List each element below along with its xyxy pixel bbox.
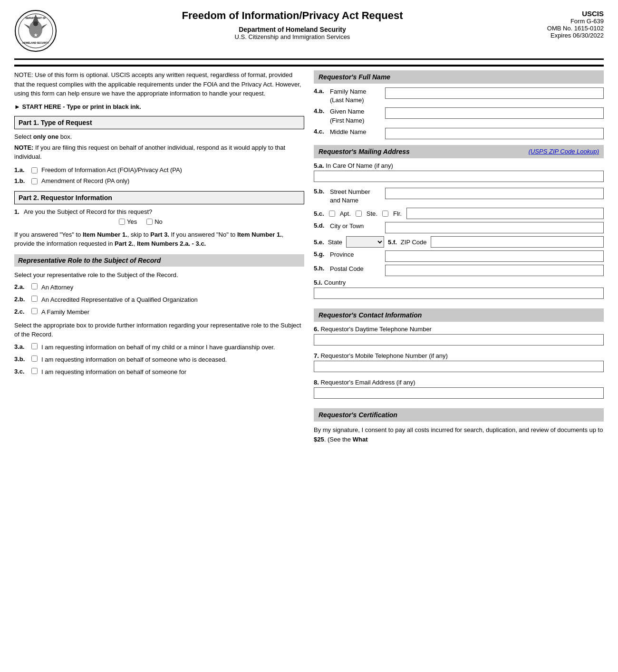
- field-4a-row: 4.a. Family Name(Last Name): [314, 87, 604, 105]
- item-2c-label: 2.c.: [14, 308, 28, 315]
- field-4a-input[interactable]: [385, 87, 604, 99]
- header-subtitle: Department of Homeland Security: [67, 26, 518, 33]
- item-1b-checkbox[interactable]: [31, 178, 38, 184]
- page-header: DEPARTMENT OF HOMELAND SECURITY ★ Freedo…: [14, 10, 604, 60]
- item-3c-text: I am requesting information on behalf of…: [41, 368, 186, 376]
- state-dropdown[interactable]: ALAKAZARCA COCTDEFLGA HIIDILINIA KSKYLAM…: [346, 236, 384, 248]
- svg-text:HOMELAND SECURITY: HOMELAND SECURITY: [22, 41, 49, 44]
- main-content: NOTE: Use of this form is optional. USCI…: [14, 70, 604, 444]
- logo-area: DEPARTMENT OF HOMELAND SECURITY ★: [14, 10, 57, 54]
- field-5f-label: ZIP Code: [401, 239, 427, 246]
- apt-ste-flr-input[interactable]: [406, 208, 604, 219]
- note-text: NOTE: Use of this form is optional. USCI…: [14, 71, 301, 97]
- left-column: NOTE: Use of this form is optional. USCI…: [14, 70, 304, 444]
- item-2a-label: 2.a.: [14, 283, 28, 290]
- field-5i-input[interactable]: [314, 288, 604, 299]
- field-5f-num: 5.f.: [388, 239, 397, 246]
- item-1a-row: 1.a. Freedom of Information Act (FOIA)/P…: [14, 166, 304, 173]
- item-3c-checkbox[interactable]: [31, 368, 38, 374]
- field-8-num: 8.: [314, 379, 319, 386]
- field-5d-input[interactable]: [385, 222, 604, 233]
- rep-role-header: Representative Role to the Subject of Re…: [14, 254, 304, 267]
- contact-field-8: 8. Requestor's Email Address (if any): [314, 379, 604, 402]
- field-5g-num: 5.g.: [314, 250, 327, 258]
- field-5c-row: 5.c. Apt. Ste. Flr.: [314, 208, 604, 219]
- item-3b-text: I am requesting information on behalf of…: [41, 355, 227, 364]
- field-5h-row: 5.h. Postal Code: [314, 265, 604, 276]
- item-2b-text: An Accredited Representative of a Qualif…: [41, 296, 198, 304]
- item-2b-checkbox[interactable]: [31, 296, 38, 302]
- field-5h-input[interactable]: [385, 265, 604, 276]
- item-1a-label: 1.a.: [14, 166, 28, 173]
- page-wrapper: DEPARTMENT OF HOMELAND SECURITY ★ Freedo…: [14, 10, 604, 444]
- item-2c-checkbox[interactable]: [31, 308, 38, 314]
- contact-field-6: 6. Requestor's Daytime Telephone Number: [314, 326, 604, 348]
- item-2a-checkbox[interactable]: [31, 283, 38, 289]
- field-5b-label: Street Numberand Name: [330, 188, 382, 205]
- followup-b3: Item Number 1.: [237, 231, 282, 238]
- followup-b2: Part 3.: [150, 231, 169, 238]
- q1-text: Are you the Subject of Record for this r…: [24, 208, 152, 215]
- apt-checkbox[interactable]: [329, 211, 335, 217]
- field-4c-input[interactable]: [385, 128, 604, 139]
- field-5i-group: 5.i. Country: [314, 279, 604, 302]
- field-5g-input[interactable]: [385, 250, 604, 262]
- yes-text: Yes: [127, 218, 137, 225]
- no-checkbox[interactable]: [146, 219, 153, 225]
- dhs-seal-icon: DEPARTMENT OF HOMELAND SECURITY ★: [14, 10, 57, 52]
- cert-amount: $25: [314, 436, 324, 443]
- header-divider: [14, 65, 604, 67]
- field-8-input[interactable]: [314, 387, 604, 399]
- field-5f-input[interactable]: [431, 236, 604, 248]
- no-text: No: [154, 218, 163, 225]
- field-5e-label: State: [328, 239, 342, 246]
- field-8-label: Requestor's Email Address (if any): [320, 379, 415, 386]
- field-7-input[interactable]: [314, 361, 604, 372]
- part1-header: Part 1. Type of Request: [14, 116, 304, 129]
- right-column: Requestor's Full Name 4.a. Family Name(L…: [314, 70, 604, 444]
- part2-section: Part 2. Requestor Information 1. Are you…: [14, 191, 304, 377]
- only-one-bold: only one: [33, 133, 58, 140]
- flr-checkbox[interactable]: [382, 211, 388, 217]
- part2-followup: If you answered "Yes" to Item Number 1.,…: [14, 230, 304, 249]
- item-2c-row: 2.c. A Family Member: [14, 308, 304, 317]
- yes-label[interactable]: Yes: [119, 218, 137, 225]
- item-3a-checkbox[interactable]: [31, 343, 38, 349]
- form-number: Form G-639: [528, 18, 604, 25]
- header-subtitle2: U.S. Citizenship and Immigration Service…: [67, 33, 518, 40]
- field-5h-num: 5.h.: [314, 265, 327, 272]
- item-3a-label: 3.a.: [14, 343, 28, 350]
- certification-section: Requestor's Certification By my signatur…: [314, 408, 604, 444]
- field-5d-label: City or Town: [330, 222, 382, 230]
- field-5b-input[interactable]: [385, 188, 604, 199]
- item-3a-row: 3.a. I am requesting information on beha…: [14, 343, 304, 352]
- item-3b-checkbox[interactable]: [31, 355, 38, 362]
- svg-marker-6: [24, 24, 30, 29]
- field-5i-num: 5.i.: [314, 279, 322, 286]
- item-3a-text: I am requesting information on behalf of…: [41, 343, 275, 352]
- zip-lookup-link[interactable]: (USPS ZIP Code Lookup): [529, 148, 599, 155]
- field-7-num: 7.: [314, 352, 319, 359]
- header-right: USCIS Form G-639 OMB No. 1615-0102 Expir…: [528, 10, 604, 39]
- field-5h-label: Postal Code: [330, 265, 382, 273]
- item-1b-row: 1.b. Amendment of Record (PA only): [14, 177, 304, 184]
- ste-checkbox[interactable]: [356, 211, 362, 217]
- field-5i-label: Country: [324, 279, 346, 286]
- field-5a-input[interactable]: [314, 171, 604, 182]
- no-label[interactable]: No: [146, 218, 163, 225]
- item-1a-text: Freedom of Information Act (FOIA)/Privac…: [41, 166, 182, 173]
- field-4c-num: 4.c.: [314, 128, 327, 135]
- item-1b-label: 1.b.: [14, 177, 28, 184]
- yes-checkbox[interactable]: [119, 219, 125, 225]
- item-1a-checkbox[interactable]: [31, 167, 38, 173]
- form-main-title: Freedom of Information/Privacy Act Reque…: [67, 10, 518, 22]
- field-5a-group: 5.a. In Care Of Name (if any): [314, 162, 604, 185]
- field-6-input[interactable]: [314, 334, 604, 346]
- field-5c-num: 5.c.: [314, 210, 324, 217]
- form-agency: USCIS: [528, 10, 604, 18]
- mailing-title: Requestor's Mailing Address: [319, 148, 410, 155]
- yes-no-row: Yes No: [119, 218, 304, 225]
- svg-text:★: ★: [34, 33, 38, 38]
- q1-number: 1.: [14, 208, 24, 215]
- field-4b-input[interactable]: [385, 107, 604, 119]
